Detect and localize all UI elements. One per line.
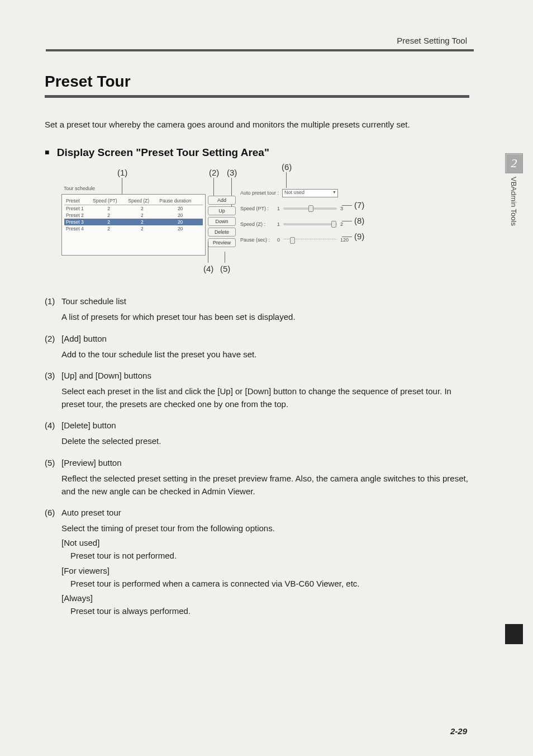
button-column: Add Up Down Delete Preview	[208, 196, 236, 249]
description-item: (2)[Add] buttonAdd to the tour schedule …	[45, 334, 475, 361]
description-title: [Add] button	[61, 334, 107, 343]
description-title: [Delete] button	[61, 420, 116, 430]
table-cell: 20	[158, 225, 203, 232]
preview-button[interactable]: Preview	[208, 238, 236, 247]
slider-thumb-icon[interactable]	[331, 221, 336, 228]
callout-9: (9)	[354, 231, 364, 241]
callout-line	[342, 221, 352, 221]
callout-line	[213, 178, 214, 197]
intro-text: Set a preset tour whereby the camera goe…	[45, 118, 469, 131]
callout-line	[342, 205, 352, 206]
option-block: [Always]Preset tour is always performed.	[61, 593, 475, 618]
page-number: 2-29	[450, 726, 467, 736]
col-pause: Pause duration	[158, 197, 203, 205]
table-cell: 2	[91, 219, 126, 225]
callout-line	[225, 252, 225, 263]
description-number: (5)	[45, 458, 61, 467]
preset-tour-setting-screenshot: (1) (2) (3) (6) Tour schedule Preset Spe…	[61, 169, 386, 281]
description-title: [Up] and [Down] buttons	[61, 371, 151, 380]
pause-max: 120	[340, 237, 349, 243]
callout-3: (3)	[227, 168, 237, 177]
add-button[interactable]: Add	[208, 196, 236, 205]
description-number: (3)	[45, 371, 61, 380]
description-heading: (5)[Preview] button	[45, 458, 475, 467]
description-body: A list of presets for which preset tour …	[61, 310, 475, 323]
description-heading: (6)Auto preset tour	[45, 508, 475, 517]
square-bullet-icon: ■	[45, 148, 49, 157]
callout-line	[286, 172, 287, 188]
description-body: Reflect the selected preset setting in t…	[61, 472, 475, 498]
description-title: Auto preset tour	[61, 508, 121, 517]
table-row[interactable]: Preset 22220	[64, 212, 203, 219]
description-heading: (2)[Add] button	[45, 334, 475, 343]
description-list: (1)Tour schedule listA list of presets f…	[45, 296, 475, 618]
callout-line	[208, 242, 208, 263]
description-body: Select each preset in the list and click…	[61, 385, 475, 411]
col-preset: Preset	[64, 197, 91, 205]
speed-pt-max: 3	[340, 206, 343, 211]
subheading-text: Display Screen "Preset Tour Setting Area…	[57, 147, 269, 158]
delete-button[interactable]: Delete	[208, 228, 236, 237]
speed-z-label: Speed (Z) :	[240, 221, 274, 227]
option-title: [For viewers]	[61, 566, 475, 575]
table-cell: 2	[91, 205, 126, 212]
chapter-side-tab: 2 VBAdmin Tools	[505, 153, 523, 255]
pause-min: 0	[277, 237, 280, 243]
col-speed-z: Speed (Z)	[126, 197, 158, 205]
down-button[interactable]: Down	[208, 217, 236, 226]
table-row[interactable]: Preset 32220	[64, 219, 203, 225]
callout-2: (2)	[209, 168, 219, 177]
table-cell: 20	[158, 212, 203, 219]
tour-schedule-list[interactable]: Preset Speed (PT) Speed (Z) Pause durati…	[61, 194, 206, 256]
callout-1: (1)	[117, 168, 127, 177]
description-heading: (1)Tour schedule list	[45, 296, 475, 306]
description-heading: (3)[Up] and [Down] buttons	[45, 371, 475, 380]
callout-8: (8)	[354, 216, 364, 225]
callout-7: (7)	[354, 200, 364, 210]
auto-preset-tour-dropdown[interactable]: Not used	[282, 189, 338, 197]
description-number: (4)	[45, 420, 61, 430]
title-underline	[45, 95, 469, 98]
table-cell: 2	[126, 212, 158, 219]
table-cell: Preset 2	[64, 212, 91, 219]
pause-label: Pause (sec) :	[240, 237, 274, 243]
option-title: [Always]	[61, 593, 475, 603]
speed-z-max: 2	[340, 221, 343, 227]
option-body: Preset tour is not performed.	[70, 550, 475, 563]
col-speed-pt: Speed (PT)	[91, 197, 126, 205]
slider-thumb-icon[interactable]	[290, 237, 295, 244]
table-cell: 2	[91, 225, 126, 232]
table-cell: 20	[158, 219, 203, 225]
subheading: ■ Display Screen "Preset Tour Setting Ar…	[45, 147, 494, 159]
speed-z-min: 1	[277, 221, 280, 227]
tour-schedule-label: Tour schedule	[64, 186, 95, 191]
description-body: Add to the tour schedule list the preset…	[61, 348, 475, 361]
speed-pt-slider[interactable]	[283, 207, 337, 210]
callout-line	[342, 237, 352, 237]
up-button[interactable]: Up	[208, 206, 236, 215]
slider-thumb-icon[interactable]	[308, 205, 313, 212]
callout-4: (4)	[203, 264, 213, 273]
description-heading: (4)[Delete] button	[45, 420, 475, 430]
speed-z-slider[interactable]	[283, 223, 337, 225]
pause-slider[interactable]	[283, 239, 337, 241]
option-body: Preset tour is always performed.	[70, 605, 475, 618]
tour-schedule-table: Preset Speed (PT) Speed (Z) Pause durati…	[64, 197, 203, 232]
chapter-label: VBAdmin Tools	[505, 177, 518, 255]
description-body: Delete the selected preset.	[61, 434, 475, 447]
table-cell: 2	[126, 205, 158, 212]
header-rule	[46, 49, 474, 51]
table-cell: 2	[126, 219, 158, 225]
option-block: [For viewers]Preset tour is performed wh…	[61, 566, 475, 590]
description-number: (6)	[45, 508, 61, 517]
description-item: (4)[Delete] buttonDelete the selected pr…	[45, 420, 475, 447]
description-body: Select the timing of preset tour from th…	[61, 522, 475, 535]
table-row[interactable]: Preset 12220	[64, 205, 203, 212]
auto-preset-tour-label: Auto preset tour :	[240, 190, 279, 196]
description-title: [Preview] button	[61, 458, 122, 467]
option-title: [Not used]	[61, 538, 475, 547]
callout-5: (5)	[220, 264, 230, 273]
description-item: (1)Tour schedule listA list of presets f…	[45, 296, 475, 323]
table-row[interactable]: Preset 42220	[64, 225, 203, 232]
description-number: (2)	[45, 334, 61, 343]
